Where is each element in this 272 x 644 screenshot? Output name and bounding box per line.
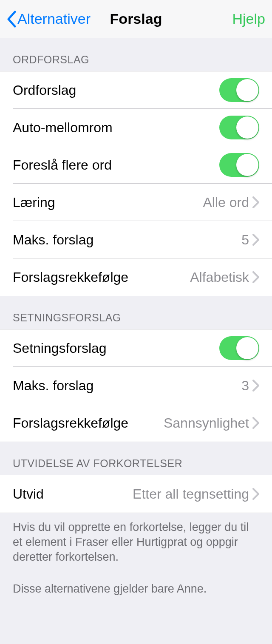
row-value: Alfabetisk <box>190 270 249 285</box>
row-value: 5 <box>241 232 249 248</box>
toggle-knob <box>236 337 258 359</box>
row-label: Ordforslag <box>13 82 76 98</box>
chevron-right-icon <box>252 417 259 429</box>
row-label: Maks. forslag <box>13 232 94 248</box>
section-header-sentence: SETNINGSFORSLAG <box>0 296 272 329</box>
row-laering[interactable]: Læring Alle ord <box>0 184 272 221</box>
toggle-setningsforslag[interactable] <box>219 336 259 360</box>
row-ordforslag[interactable]: Ordforslag <box>0 71 272 109</box>
help-button[interactable]: Hjelp <box>232 11 265 27</box>
chevron-right-icon <box>252 380 259 392</box>
chevron-right-icon <box>252 488 259 500</box>
page-title: Forslag <box>110 11 162 27</box>
row-label: Foreslå flere ord <box>13 157 112 173</box>
toggle-knob <box>236 116 258 139</box>
group-sentence: Setningsforslag Maks. forslag 3 Forslags… <box>0 329 272 442</box>
row-rekkefolge-sentence[interactable]: Forslagsrekkefølge Sannsynlighet <box>0 404 272 442</box>
row-label: Maks. forslag <box>13 378 94 394</box>
chevron-right-icon <box>252 234 259 246</box>
row-utvid[interactable]: Utvid Etter all tegnsetting <box>0 475 272 513</box>
toggle-knob <box>236 154 258 176</box>
row-label: Setningsforslag <box>13 340 107 356</box>
row-value: 3 <box>241 378 249 394</box>
section-header-word: ORDFORSLAG <box>0 38 272 71</box>
footer-note-1: Hvis du vil opprette en forkortelse, leg… <box>0 513 272 571</box>
row-maks-word[interactable]: Maks. forslag 5 <box>0 221 272 258</box>
row-label: Forslagsrekkefølge <box>13 415 128 431</box>
back-label: Alternativer <box>17 11 91 27</box>
row-label: Læring <box>13 195 55 210</box>
chevron-right-icon <box>252 196 259 208</box>
toggle-ordforslag[interactable] <box>219 78 259 102</box>
row-value: Sannsynlighet <box>164 415 249 431</box>
section-header-abbrev: UTVIDELSE AV FORKORTELSER <box>0 442 272 475</box>
chevron-left-icon <box>7 11 17 28</box>
row-flereord[interactable]: Foreslå flere ord <box>0 146 272 184</box>
row-label: Auto-mellomrom <box>13 120 113 136</box>
row-maks-sentence[interactable]: Maks. forslag 3 <box>0 367 272 404</box>
chevron-right-icon <box>252 271 259 283</box>
footer-note-2: Disse alternativene gjelder bare Anne. <box>0 571 272 613</box>
row-rekkefolge-word[interactable]: Forslagsrekkefølge Alfabetisk <box>0 258 272 296</box>
row-label: Forslagsrekkefølge <box>13 270 128 285</box>
group-word: Ordforslag Auto-mellomrom Foreslå flere … <box>0 71 272 296</box>
navbar: Alternativer Forslag Hjelp <box>0 0 272 38</box>
row-setningsforslag[interactable]: Setningsforslag <box>0 329 272 367</box>
toggle-flereord[interactable] <box>219 153 259 177</box>
toggle-knob <box>236 79 258 101</box>
row-value: Etter all tegnsetting <box>133 486 249 502</box>
row-label: Utvid <box>13 486 44 502</box>
row-value: Alle ord <box>203 195 249 210</box>
toggle-automellomrom[interactable] <box>219 116 259 139</box>
group-abbrev: Utvid Etter all tegnsetting <box>0 475 272 513</box>
back-button[interactable]: Alternativer <box>7 11 91 28</box>
row-automellomrom[interactable]: Auto-mellomrom <box>0 109 272 146</box>
